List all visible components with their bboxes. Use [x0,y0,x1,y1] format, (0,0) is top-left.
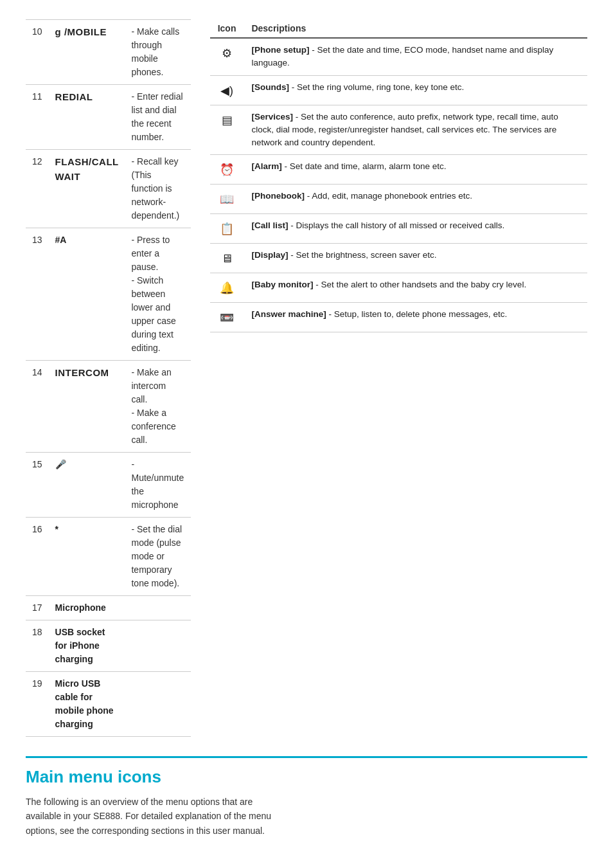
menu-desc: [Sounds] - Set the ring volume, ring ton… [244,75,587,105]
left-table: 10g /MOBILE- Make calls through mobile p… [26,19,191,737]
left-table-row: 18USB socket for iPhone charging [26,620,191,672]
row-number: 16 [26,518,49,596]
right-panel: Icon Descriptions ⚙[Phone setup] - Set t… [210,19,587,737]
menu-desc: [Alarm] - Set date and time, alarm, alar… [244,155,587,185]
row-key: REDIAL [49,85,125,150]
menu-icon: 🔔 [210,273,244,303]
menu-icon: 📼 [210,303,244,332]
row-desc: - Recall key (This function is network-d… [125,150,190,228]
right-table-row: ◀)[Sounds] - Set the ring volume, ring t… [210,75,587,105]
row-number: 12 [26,150,49,228]
row-number: 14 [26,361,49,453]
row-key: g /MOBILE [49,20,125,85]
row-number: 10 [26,20,49,85]
menu-desc: [Baby monitor] - Set the alert to other … [244,273,587,303]
right-table-row: 📖[Phonebook] - Add, edit, manage phonebo… [210,185,587,214]
left-panel: 10g /MOBILE- Make calls through mobile p… [26,19,191,737]
section-divider [26,756,587,758]
menu-desc: [Services] - Set the auto conference, au… [244,105,587,155]
right-table: Icon Descriptions ⚙[Phone setup] - Set t… [210,19,587,332]
row-key: Microphone [49,596,125,620]
right-table-row: ▤[Services] - Set the auto conference, a… [210,105,587,155]
row-key: * [49,518,125,596]
row-key: USB socket for iPhone charging [49,620,125,672]
row-key: Micro USB cable for mobile phone chargin… [49,672,125,737]
left-table-row: 17Microphone [26,596,191,620]
right-table-row: 🖥[Display] - Set the brightness, screen … [210,244,587,273]
left-table-row: 14INTERCOM- Make an intercom call.- Make… [26,361,191,453]
top-section: 10g /MOBILE- Make calls through mobile p… [26,19,587,737]
left-table-row: 19Micro USB cable for mobile phone charg… [26,672,191,737]
row-number: 13 [26,228,49,361]
menu-icon: 🖥 [210,244,244,273]
menu-icon: ▤ [210,105,244,155]
row-desc: - Enter redial list and dial the recent … [125,85,190,150]
row-desc: - Set the dial mode (pulse mode or tempo… [125,518,190,596]
section-title: Main menu icons [26,767,587,787]
right-table-row: 📼[Answer machine] - Setup, listen to, de… [210,303,587,332]
row-key: 🎤 [49,453,125,518]
left-table-row: 10g /MOBILE- Make calls through mobile p… [26,20,191,85]
menu-desc: [Call list] - Displays the call history … [244,214,587,244]
menu-desc: [Phone setup] - Set the date and time, E… [244,38,587,75]
right-table-row: 🔔[Baby monitor] - Set the alert to other… [210,273,587,303]
right-table-row: ⏰[Alarm] - Set date and time, alarm, ala… [210,155,587,185]
row-desc [125,620,190,672]
row-number: 17 [26,596,49,620]
right-table-row: 📋[Call list] - Displays the call history… [210,214,587,244]
section-body: The following is an overview of the menu… [26,795,283,838]
row-desc: - Make calls through mobile phones. [125,20,190,85]
row-desc [125,672,190,737]
left-table-row: 13#A- Press to enter a pause.- Switch be… [26,228,191,361]
left-table-row: 12FLASH/CALL WAIT- Recall key (This func… [26,150,191,228]
row-number: 19 [26,672,49,737]
left-table-row: 15🎤- Mute/unmute the microphone [26,453,191,518]
menu-desc: [Phonebook] - Add, edit, manage phoneboo… [244,185,587,214]
row-number: 18 [26,620,49,672]
menu-icon: 📖 [210,185,244,214]
right-table-row: ⚙[Phone setup] - Set the date and time, … [210,38,587,75]
menu-icon: ⚙ [210,38,244,75]
row-desc: - Make an intercom call.- Make a confere… [125,361,190,453]
row-desc: - Press to enter a pause.- Switch betwee… [125,228,190,361]
row-number: 15 [26,453,49,518]
menu-icon: ◀) [210,75,244,105]
right-table-header-icon: Icon [210,19,244,38]
row-key: #A [49,228,125,361]
row-desc [125,596,190,620]
menu-icon: ⏰ [210,155,244,185]
row-key: INTERCOM [49,361,125,453]
left-table-row: 16*- Set the dial mode (pulse mode or te… [26,518,191,596]
row-desc: - Mute/unmute the microphone [125,453,190,518]
row-key: FLASH/CALL WAIT [49,150,125,228]
menu-desc: [Display] - Set the brightness, screen s… [244,244,587,273]
menu-desc: [Answer machine] - Setup, listen to, del… [244,303,587,332]
right-table-header-desc: Descriptions [244,19,587,38]
row-number: 11 [26,85,49,150]
menu-icon: 📋 [210,214,244,244]
left-table-row: 11REDIAL- Enter redial list and dial the… [26,85,191,150]
